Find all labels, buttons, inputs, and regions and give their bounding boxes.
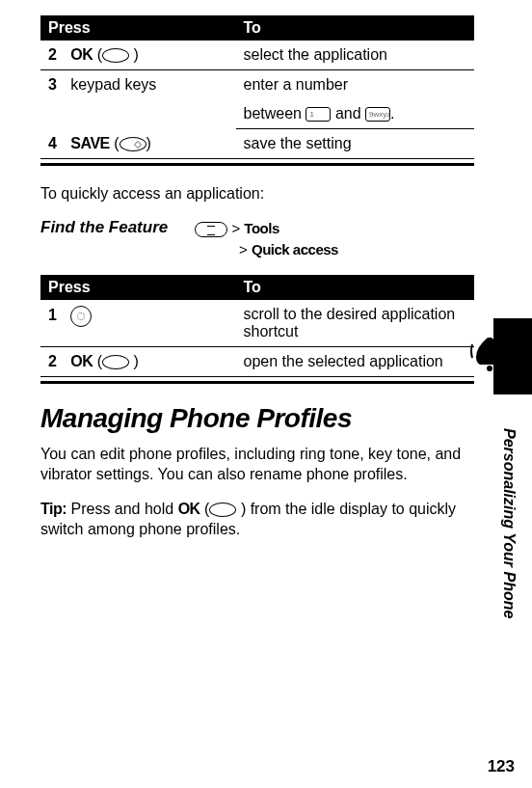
step-number: 2 (48, 353, 57, 369)
quick-access-intro: To quickly access an application: (40, 183, 474, 204)
t1-row2-press: 3 keypad keys (40, 70, 236, 129)
side-section-label: Personalizing Your Phone (500, 428, 518, 650)
t2-row1-press: 1 (40, 300, 236, 347)
step-number: 1 (48, 307, 57, 323)
t2-row1-to: scroll to the desired application shortc… (236, 300, 475, 347)
ok-key-icon (102, 48, 129, 63)
t1-row1-press: 2 OK ( ) (40, 41, 236, 70)
t1-row3-press: 4 SAVE () (40, 129, 236, 159)
ok-key-icon (102, 355, 129, 369)
tip-paragraph: Tip: Press and hold OK ( ) from the idle… (40, 499, 474, 540)
table-bottom-border (40, 163, 474, 166)
find-feature-block: Find the Feature > Tools > Quick access (40, 218, 474, 261)
table2-header-to: To (236, 275, 475, 300)
find-feature-path: > Tools > Quick access (195, 218, 338, 261)
section-heading: Managing Phone Profiles (40, 403, 474, 434)
key-label-plain: keypad keys (70, 76, 156, 93)
ringer-vibrate-icon (470, 330, 519, 378)
menu-key-icon (195, 222, 227, 237)
step-number: 2 (48, 46, 57, 63)
t1-row2-to-line2: between 1 and 9wxyz. (236, 99, 475, 129)
tip-label: Tip: (40, 501, 66, 517)
table2-header-press: Press (40, 275, 236, 300)
svg-point-0 (487, 366, 492, 371)
find-feature-label: Find the Feature (40, 218, 168, 237)
page-number: 123 (488, 757, 515, 776)
body-paragraph-1: You can edit phone profiles, including r… (40, 444, 474, 485)
step-number: 3 (48, 76, 57, 93)
key-label: OK (70, 46, 93, 63)
ok-key-icon (209, 503, 236, 517)
key-9-icon: 9wxyz (365, 107, 390, 122)
instruction-table-2: Press To 1 scroll to the desired applica… (40, 275, 474, 377)
key-label: OK (70, 353, 93, 369)
table1-header-to: To (236, 15, 475, 41)
step-number: 4 (48, 135, 57, 151)
key-label: SAVE (70, 135, 109, 151)
t1-row1-to: select the application (236, 41, 475, 70)
t2-row2-press: 2 OK ( ) (40, 346, 236, 376)
nav-key-icon (70, 306, 92, 327)
table-bottom-border (40, 381, 474, 384)
save-key-icon (120, 137, 146, 151)
t2-row2-to: open the selected application (236, 346, 475, 376)
key-1-icon: 1 (306, 107, 331, 122)
t1-row3-to: save the setting (236, 129, 475, 159)
instruction-table-1: Press To 2 OK ( ) select the application… (40, 15, 474, 159)
table1-header-press: Press (40, 15, 236, 41)
t1-row2-to-line1: enter a number (236, 70, 475, 100)
tip-ok-label: OK (178, 501, 200, 517)
